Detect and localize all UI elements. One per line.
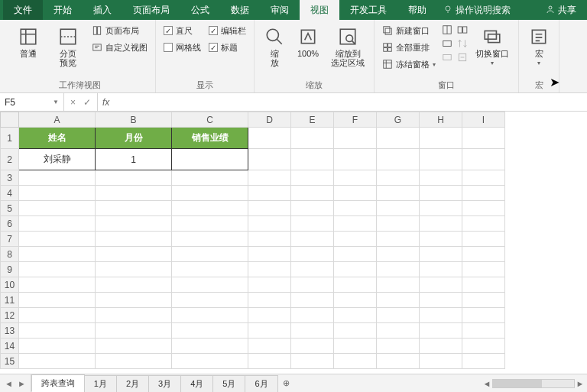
cell[interactable] — [377, 149, 420, 170]
cell[interactable] — [19, 186, 96, 201]
col-header-D[interactable]: D — [248, 112, 291, 128]
cell[interactable] — [19, 354, 96, 369]
cell[interactable] — [462, 186, 505, 201]
row-header[interactable]: 13 — [1, 323, 19, 339]
sheet-tab[interactable]: 跨表查询 — [31, 374, 85, 392]
arrange-all-button[interactable]: 全部重排 — [381, 40, 437, 55]
cell[interactable] — [420, 149, 462, 170]
cell[interactable] — [462, 170, 505, 186]
cell[interactable] — [420, 232, 462, 247]
cell[interactable] — [96, 201, 172, 216]
col-header-G[interactable]: G — [377, 112, 420, 128]
row-header[interactable]: 10 — [1, 277, 19, 293]
cell[interactable] — [377, 247, 420, 262]
cell-B2[interactable]: 1 — [96, 149, 172, 170]
cell[interactable] — [172, 277, 248, 293]
row-header[interactable]: 12 — [1, 308, 19, 323]
cell[interactable] — [96, 247, 172, 262]
cell[interactable] — [19, 323, 96, 339]
cell[interactable] — [96, 308, 172, 323]
cell[interactable] — [291, 323, 334, 339]
cell[interactable] — [420, 323, 462, 339]
freeze-panes-button[interactable]: 冻结窗格 ▾ — [381, 57, 437, 72]
add-sheet-button[interactable]: ⊕ — [277, 374, 296, 392]
new-window-button[interactable]: 新建窗口 — [381, 23, 437, 38]
row-header[interactable]: 2 — [1, 149, 19, 170]
cell[interactable] — [96, 293, 172, 308]
fx-button[interactable]: fx — [98, 93, 114, 111]
cell-C2[interactable] — [172, 149, 248, 170]
cell[interactable] — [334, 232, 377, 247]
cell[interactable] — [19, 216, 96, 232]
share-button[interactable]: 共享 — [538, 0, 584, 20]
gridlines-checkbox[interactable]: 网格线 — [162, 40, 203, 55]
cell-B1[interactable]: 月份 — [96, 128, 172, 149]
cell[interactable] — [291, 339, 334, 354]
cell[interactable] — [248, 308, 291, 323]
tab-formulas[interactable]: 公式 — [180, 0, 220, 20]
cell[interactable] — [96, 354, 172, 369]
cell[interactable] — [172, 201, 248, 216]
cell[interactable] — [172, 170, 248, 186]
cell[interactable] — [172, 247, 248, 262]
cell[interactable] — [334, 247, 377, 262]
tab-insert[interactable]: 插入 — [83, 0, 122, 20]
cell[interactable] — [96, 170, 172, 186]
sheet-tab[interactable]: 1月 — [84, 375, 117, 392]
tab-developer[interactable]: 开发工具 — [339, 0, 397, 20]
cell[interactable] — [96, 323, 172, 339]
cell[interactable] — [377, 216, 420, 232]
tab-view[interactable]: 视图 — [300, 0, 339, 20]
cell[interactable] — [420, 201, 462, 216]
cell[interactable] — [96, 262, 172, 277]
cell[interactable] — [377, 232, 420, 247]
cell[interactable] — [248, 232, 291, 247]
cell[interactable] — [291, 354, 334, 369]
worksheet-grid[interactable]: A B C D E F G H I 1 姓名 月份 销售业绩 2 刘采静 1 3… — [0, 112, 587, 374]
cell[interactable] — [248, 201, 291, 216]
headings-checkbox[interactable]: 标题 — [207, 40, 248, 55]
cell[interactable] — [248, 262, 291, 277]
cell[interactable] — [377, 201, 420, 216]
sync-scroll-icon[interactable] — [457, 38, 468, 49]
tab-file[interactable]: 文件 — [3, 0, 43, 20]
scroll-track[interactable] — [492, 379, 575, 388]
cell[interactable] — [462, 201, 505, 216]
cell[interactable] — [291, 216, 334, 232]
cell[interactable] — [96, 277, 172, 293]
cell[interactable] — [377, 308, 420, 323]
reset-window-icon[interactable] — [457, 52, 468, 63]
cell[interactable] — [377, 186, 420, 201]
cell[interactable] — [248, 149, 291, 170]
cell[interactable] — [96, 339, 172, 354]
tab-review[interactable]: 审阅 — [260, 0, 300, 20]
cell[interactable] — [172, 308, 248, 323]
cell[interactable] — [377, 293, 420, 308]
sheet-tab[interactable]: 6月 — [245, 375, 277, 392]
cell[interactable] — [334, 262, 377, 277]
cell[interactable] — [172, 232, 248, 247]
cell[interactable] — [377, 170, 420, 186]
custom-views-button[interactable]: 自定义视图 — [90, 40, 149, 55]
cell[interactable] — [420, 216, 462, 232]
row-header[interactable]: 7 — [1, 232, 19, 247]
sheet-tab[interactable]: 5月 — [212, 375, 245, 392]
cell[interactable] — [172, 323, 248, 339]
cell[interactable] — [96, 232, 172, 247]
cell[interactable] — [248, 354, 291, 369]
col-header-B[interactable]: B — [96, 112, 172, 128]
row-header[interactable]: 4 — [1, 186, 19, 201]
cell[interactable] — [334, 293, 377, 308]
cell[interactable] — [334, 128, 377, 149]
cell[interactable] — [291, 170, 334, 186]
sheet-tab[interactable]: 4月 — [180, 375, 213, 392]
cell[interactable] — [172, 339, 248, 354]
horizontal-scrollbar[interactable]: ◄ ► — [480, 374, 587, 392]
cell[interactable] — [462, 339, 505, 354]
cell[interactable] — [462, 308, 505, 323]
cell[interactable] — [334, 308, 377, 323]
cell[interactable] — [462, 216, 505, 232]
switch-windows-button[interactable]: 切换窗口 ▾ — [472, 23, 512, 66]
cell[interactable] — [377, 354, 420, 369]
cell[interactable] — [420, 308, 462, 323]
